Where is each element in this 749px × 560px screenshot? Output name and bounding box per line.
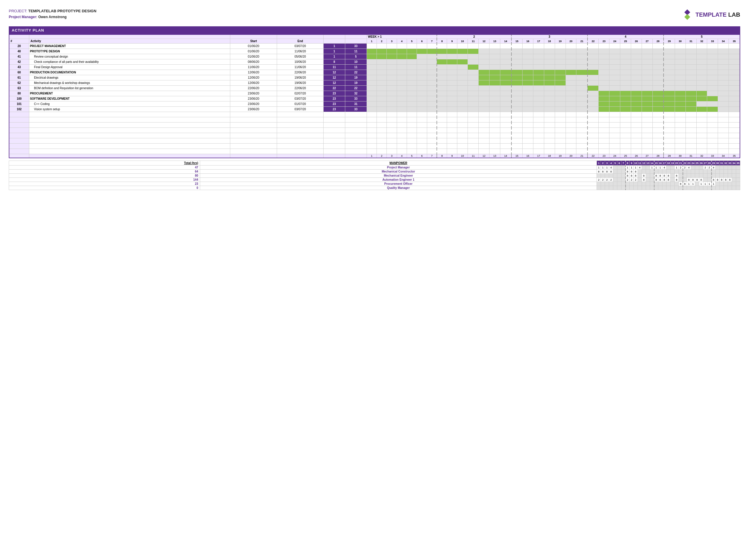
gantt-cell-33 <box>707 65 718 70</box>
gantt-cell-5 <box>407 91 416 96</box>
mp-week-header-8: 8 <box>625 161 629 165</box>
mp-cell-21 <box>679 174 683 178</box>
header-left: PROJECT: TEMPLATELAB PROTOTYPE DESIGN Pr… <box>9 9 96 19</box>
gantt-cell-12 <box>479 81 490 86</box>
gantt-cell-8 <box>437 143 447 149</box>
gantt-cell-5 <box>407 133 416 138</box>
gantt-cell-29 <box>664 54 675 59</box>
gantt-cell-27 <box>642 70 652 75</box>
col-week-17: 17 <box>533 39 544 44</box>
gantt-cell-22 <box>587 122 599 128</box>
gantt-cell-11 <box>468 138 479 143</box>
gantt-cell-33 <box>707 133 718 138</box>
gantt-cell-16 <box>522 81 533 86</box>
gantt-cell-11 <box>468 112 479 117</box>
mp-cell-1 <box>597 186 601 190</box>
gantt-cell-10 <box>457 133 468 138</box>
gantt-cell-27 <box>642 122 652 128</box>
footer-week-8: 8 <box>437 154 447 158</box>
mp-cell-13 <box>646 174 650 178</box>
gantt-cell-32 <box>696 81 707 86</box>
gantt-cell-7 <box>427 81 437 86</box>
gantt-cell-9 <box>447 117 457 122</box>
mp-row-total: 23 <box>9 182 200 186</box>
gantt-cell-10 <box>457 138 468 143</box>
gantt-cell-35 <box>729 117 740 122</box>
gantt-cell-2 <box>377 149 386 154</box>
gantt-cell-32 <box>696 149 707 154</box>
mp-cell-34 <box>732 174 736 178</box>
row-id: 62 <box>9 81 29 86</box>
gantt-cell-7 <box>427 138 437 143</box>
gantt-cell-33 <box>707 81 718 86</box>
row-start: 01/06/20 <box>230 54 277 59</box>
mp-week-header-30: 30 <box>715 161 720 165</box>
col-header-row: # Activity Start End 1234567891011121314… <box>9 39 740 44</box>
gantt-cell-21 <box>576 143 587 149</box>
gantt-cell-11 <box>468 117 479 122</box>
gantt-cell-16 <box>522 91 533 96</box>
gantt-cell-27 <box>642 65 652 70</box>
mp-cell-11 <box>638 182 642 186</box>
mp-week-header-17: 17 <box>662 161 666 165</box>
row-id <box>9 133 29 138</box>
mp-cell-29: 4 <box>711 165 715 170</box>
gantt-cell-26 <box>631 44 642 49</box>
mp-week-header-9: 9 <box>629 161 634 165</box>
row-wend: 19 <box>345 75 367 81</box>
gantt-cell-6 <box>417 122 427 128</box>
gantt-cell-25 <box>620 91 631 96</box>
gantt-cell-1 <box>367 86 377 91</box>
row-id: 42 <box>9 59 29 65</box>
gantt-cell-34 <box>718 133 729 138</box>
gantt-cell-15 <box>511 133 522 138</box>
footer-week-26: 26 <box>631 154 642 158</box>
mp-cell-27 <box>703 186 707 190</box>
mp-cell-4: 2 <box>609 178 613 182</box>
row-activity: PROTOTYPE DESIGN <box>29 49 230 54</box>
manpower-row: 144Automation Engineer 12222222888888888… <box>9 178 740 182</box>
manpower-table: Total (hrs)MANPOWER123456789101112131415… <box>9 160 740 190</box>
gantt-cell-21 <box>576 75 587 81</box>
mp-cell-25: 8 <box>695 178 699 182</box>
gantt-cell-7 <box>427 75 437 81</box>
gantt-cell-31 <box>685 128 696 133</box>
gantt-cell-2 <box>377 138 386 143</box>
footer-week-23: 23 <box>599 154 609 158</box>
gantt-cell-31 <box>685 65 696 70</box>
mp-cell-26 <box>699 174 703 178</box>
row-activity <box>29 138 230 143</box>
gantt-cell-17 <box>533 75 544 81</box>
mp-cell-31: 8 <box>720 178 724 182</box>
gantt-cell-13 <box>490 122 500 128</box>
gantt-cell-19 <box>555 70 565 75</box>
mp-cell-31 <box>720 182 724 186</box>
activity-plan-section: ACTIVITY PLAN WEEK > 12345 # Activity <box>9 26 740 158</box>
gantt-cell-33 <box>707 70 718 75</box>
gantt-cell-10 <box>457 96 468 102</box>
gantt-cell-12 <box>479 70 490 75</box>
gantt-cell-8 <box>437 117 447 122</box>
gantt-cell-10 <box>457 86 468 91</box>
gantt-cell-32 <box>696 54 707 59</box>
gantt-cell-31 <box>685 54 696 59</box>
gantt-cell-28 <box>652 81 664 86</box>
mp-cell-33 <box>728 186 732 190</box>
table-row: 63BOM definition and Requisition list ge… <box>9 86 740 91</box>
manager-label: Project Manager: <box>9 15 37 19</box>
gantt-cell-6 <box>417 112 427 117</box>
project-title: PROJECT: TEMPLATELAB PROTOTYPE DESIGN <box>9 9 96 13</box>
row-activity: PROJECT MANAGEMENT <box>29 44 230 49</box>
mp-cell-30 <box>715 186 720 190</box>
gantt-cell-20 <box>565 149 576 154</box>
mp-cell-24 <box>691 186 695 190</box>
gantt-cell-4 <box>397 54 407 59</box>
mp-cell-29 <box>711 186 715 190</box>
gantt-cell-11 <box>468 59 479 65</box>
gantt-cell-14 <box>500 65 511 70</box>
gantt-cell-27 <box>642 112 652 117</box>
gantt-cell-4 <box>397 49 407 54</box>
gantt-cell-22 <box>587 81 599 86</box>
row-wstart: 12 <box>324 75 345 81</box>
gantt-cell-20 <box>565 122 576 128</box>
